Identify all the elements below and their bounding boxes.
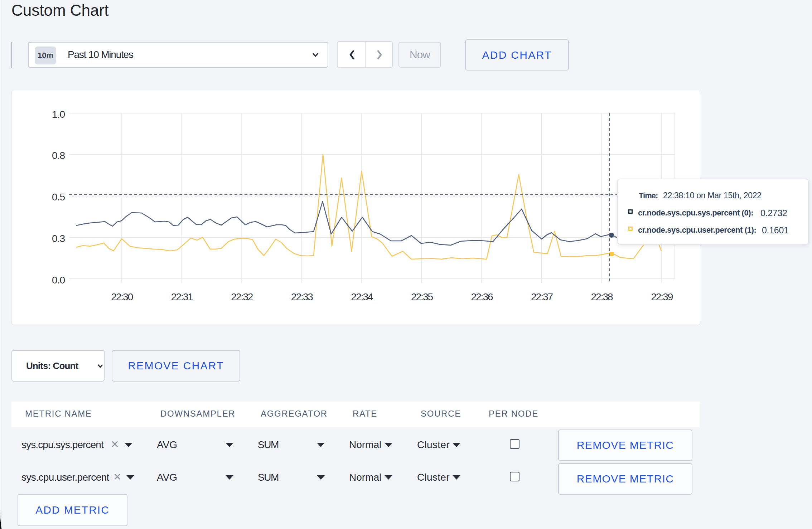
svg-text:0.8: 0.8 [52, 150, 65, 161]
svg-text:22:36: 22:36 [471, 291, 493, 302]
svg-text:0.3: 0.3 [52, 233, 65, 244]
svg-text:22:37: 22:37 [531, 291, 553, 302]
svg-text:22:31: 22:31 [171, 291, 193, 302]
svg-text:22:35: 22:35 [411, 291, 433, 302]
svg-text:22:39: 22:39 [651, 291, 673, 302]
svg-text:22:38: 22:38 [591, 291, 613, 302]
svg-text:0.5: 0.5 [52, 191, 65, 203]
svg-text:0.0: 0.0 [52, 275, 65, 286]
svg-text:1.0: 1.0 [52, 109, 65, 120]
svg-text:22:34: 22:34 [351, 291, 373, 302]
svg-text:22:33: 22:33 [291, 291, 313, 302]
svg-text:22:32: 22:32 [231, 291, 253, 302]
svg-text:22:30: 22:30 [111, 291, 133, 302]
